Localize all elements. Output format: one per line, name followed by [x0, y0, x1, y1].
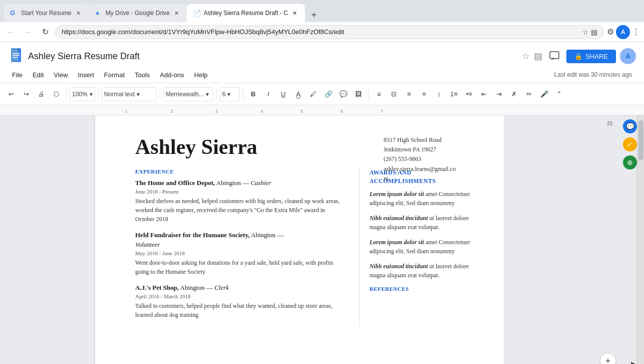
menu-bar: File Edit View Insert Format Tools Add-o… — [8, 68, 636, 83]
svg-rect-4 — [13, 55, 20, 56]
numbered-list-button[interactable]: 1≡ — [447, 87, 461, 101]
scrollbar-thumb[interactable] — [638, 120, 643, 160]
share-button[interactable]: 🔒 SHARE — [566, 50, 616, 63]
ruler-content: 1 2 3 4 5 6 7 — [95, 105, 624, 115]
contact-city: Jenkintown PA 19027 — [384, 145, 484, 154]
align-right-button[interactable]: ≡ — [402, 87, 416, 101]
job-2: Held Fundraiser for the Humane Society, … — [135, 231, 344, 276]
underline-button[interactable]: U — [276, 87, 290, 101]
menu-tools[interactable]: Tools — [131, 69, 154, 81]
zoom-dropdown-icon: ▾ — [90, 91, 93, 98]
italic-button[interactable]: I — [261, 87, 275, 101]
align-center-button[interactable]: ⊟ — [387, 87, 401, 101]
extensions-icon[interactable]: ⚙ — [607, 27, 614, 37]
ruler-mark-4: 4 — [260, 109, 263, 114]
font-dropdown-icon: ▾ — [206, 91, 209, 98]
job-3: A.J.'s Pet Shop, Abington — Clerk April … — [135, 283, 344, 319]
experience-label: EXPERIENCE — [135, 168, 344, 174]
menu-edit[interactable]: Edit — [29, 69, 48, 81]
job-2-role: Volunteer — [135, 241, 160, 248]
bookmark-star-icon[interactable]: ☆ — [582, 28, 589, 36]
folder-save-icon[interactable]: ▤ — [591, 28, 597, 36]
vertical-scrollbar[interactable] — [637, 115, 644, 364]
zoom-select[interactable]: 100% ▾ — [70, 87, 95, 101]
spell-check-button[interactable]: ✏ — [522, 87, 536, 101]
ruler-mark-5: 5 — [300, 109, 303, 114]
decrease-indent-button[interactable]: ⇤ — [477, 87, 491, 101]
explore-sidebar-icon[interactable]: ⊕ — [623, 155, 637, 169]
doc-title[interactable]: Ashley Sierra Resume Draft — [28, 51, 518, 62]
font-value: Merrieweath... — [166, 91, 204, 98]
tab-google-drive[interactable]: ▲ My Drive - Google Drive ✕ — [89, 4, 187, 22]
link-button[interactable]: 🔗 — [321, 87, 336, 101]
browser-menu-icon[interactable]: ⋮ — [632, 27, 640, 37]
fontsize-select[interactable]: 6 ▾ — [220, 87, 240, 101]
job-3-desc: Talked to customers, helped people find … — [135, 301, 344, 319]
voice-input-button[interactable]: 🎤 — [537, 87, 551, 101]
expand-button[interactable]: ⌃ — [552, 87, 566, 101]
job-3-title: A.J.'s Pet Shop, Abington — Clerk — [135, 283, 344, 292]
fontsize-value: 6 — [222, 91, 226, 98]
ruler-mark-2: 2 — [170, 109, 173, 114]
tab-docs-active[interactable]: 📄 Ashley Sierra Resume Draft - C ✕ — [187, 4, 305, 22]
bold-button[interactable]: B — [246, 87, 260, 101]
undo-button[interactable]: ↩ — [4, 87, 18, 101]
awards-section: AWARDS ANDACCOMPLISHMENTS Lorem ipsum do… — [359, 168, 474, 326]
font-select[interactable]: Merrieweath... ▾ — [163, 87, 213, 101]
ruler-mark-7: 7 — [381, 109, 383, 114]
svg-rect-3 — [13, 53, 20, 54]
comments-sidebar-icon[interactable]: 💬 — [623, 119, 637, 133]
expand-panel-button[interactable]: ▶ — [631, 359, 637, 364]
share-lock-icon: 🔒 — [574, 53, 582, 60]
menu-help[interactable]: Help — [190, 69, 212, 81]
new-tab-button[interactable]: + — [307, 8, 321, 22]
profile-avatar[interactable]: A — [616, 25, 630, 39]
align-left-button[interactable]: ≡ — [372, 87, 386, 101]
svg-rect-6 — [550, 52, 559, 59]
address-bar[interactable]: https://docs.google.com/document/d/1VYr9… — [55, 25, 604, 39]
tab2-close[interactable]: ✕ — [173, 9, 181, 17]
highlight-button[interactable]: 🖊 — [306, 87, 320, 101]
tab2-favicon: ▲ — [95, 9, 103, 17]
toolbar-sep-6 — [369, 89, 369, 99]
menu-view[interactable]: View — [50, 69, 72, 81]
refresh-button[interactable]: ↻ — [38, 25, 52, 39]
menu-file[interactable]: File — [8, 69, 27, 81]
align-justify-button[interactable]: ≡ — [417, 87, 431, 101]
clear-format-button[interactable]: ✗ — [507, 87, 521, 101]
fontsize-dropdown-icon: ▾ — [227, 91, 230, 98]
title-star-icon[interactable]: ☆ — [522, 51, 530, 62]
job-1-loc: Abington — — [215, 179, 250, 187]
document-page[interactable]: Ashley Sierra 8317 High School Road Jenk… — [95, 115, 504, 364]
line-spacing-button[interactable]: ↕ — [432, 87, 446, 101]
bullet-list-button[interactable]: •≡ — [462, 87, 476, 101]
left-margin — [0, 115, 95, 364]
user-avatar[interactable]: A — [620, 48, 636, 64]
doc-content: EXPERIENCE The Home and Office Depot, Ab… — [135, 168, 474, 326]
back-button[interactable]: ← — [4, 25, 18, 39]
paint-format-button[interactable]: ⬡ — [49, 87, 63, 101]
redo-button[interactable]: ↪ — [19, 87, 33, 101]
contact-address: 8317 High School Road — [384, 135, 484, 145]
comment-insert-button[interactable]: 💬 — [337, 87, 351, 101]
comment-button[interactable] — [546, 48, 562, 64]
tab-start-resume[interactable]: G Start Your Resume ✕ — [4, 4, 89, 22]
menu-addons[interactable]: Add-ons — [156, 69, 188, 81]
right-panel: 💬 ✓ ⊕ — [504, 115, 644, 364]
zoom-value: 100% — [72, 91, 88, 98]
tab3-close[interactable]: ✕ — [291, 9, 299, 17]
job-3-role: Clerk — [214, 284, 229, 291]
menu-format[interactable]: Format — [100, 69, 129, 81]
menu-insert[interactable]: Insert — [74, 69, 98, 81]
spellcheck-sidebar-icon[interactable]: ✓ — [623, 137, 637, 151]
print-button[interactable]: 🖨 — [34, 87, 48, 101]
style-select[interactable]: Normal text ▾ — [102, 87, 157, 101]
forward-button[interactable]: → — [21, 25, 35, 39]
increase-indent-button[interactable]: ⇥ — [492, 87, 506, 101]
tab1-close[interactable]: ✕ — [75, 9, 83, 17]
text-color-button[interactable]: A̲ — [291, 87, 305, 101]
image-button[interactable]: 🖼 — [352, 87, 366, 101]
style-dropdown-icon: ▾ — [137, 91, 140, 98]
job-2-desc: Went door-to-door asking for donations f… — [135, 258, 344, 276]
title-folder-icon[interactable]: ▤ — [534, 51, 542, 62]
